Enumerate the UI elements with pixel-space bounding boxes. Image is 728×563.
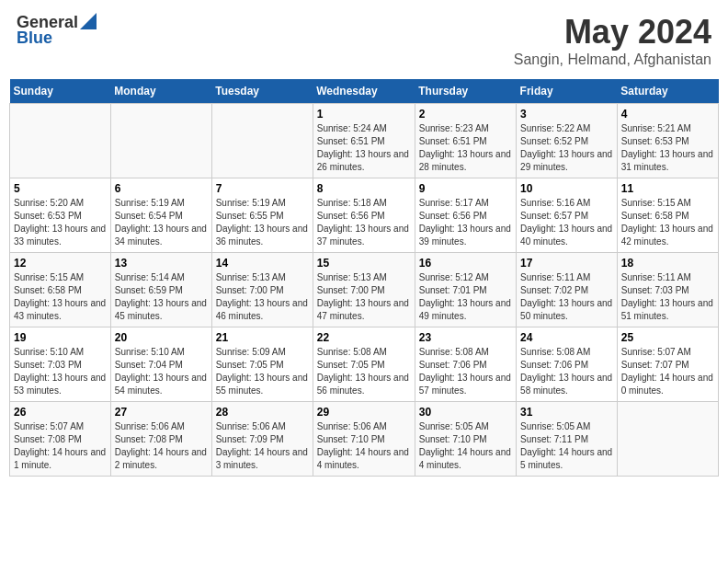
day-number: 24	[520, 331, 613, 344]
calendar-cell: 31Sunrise: 5:05 AMSunset: 7:11 PMDayligh…	[517, 402, 618, 477]
day-info: Sunrise: 5:24 AMSunset: 6:51 PMDaylight:…	[317, 122, 411, 174]
calendar-cell: 25Sunrise: 5:07 AMSunset: 7:07 PMDayligh…	[617, 327, 718, 402]
day-info: Sunrise: 5:13 AMSunset: 7:00 PMDaylight:…	[216, 271, 309, 323]
day-number: 27	[115, 406, 208, 419]
page-header: General Blue May 2024 Sangin, Helmand, A…	[9, 9, 719, 72]
day-number: 22	[317, 331, 411, 344]
calendar-table: SundayMondayTuesdayWednesdayThursdayFrid…	[9, 79, 719, 477]
day-info: Sunrise: 5:15 AMSunset: 6:58 PMDaylight:…	[14, 271, 107, 323]
day-number: 16	[419, 257, 512, 270]
day-number: 28	[216, 406, 309, 419]
calendar-cell: 18Sunrise: 5:11 AMSunset: 7:03 PMDayligh…	[617, 253, 718, 327]
calendar-cell: 20Sunrise: 5:10 AMSunset: 7:04 PMDayligh…	[110, 327, 211, 402]
calendar-cell	[10, 104, 111, 178]
calendar-cell: 28Sunrise: 5:06 AMSunset: 7:09 PMDayligh…	[211, 402, 313, 477]
logo-icon	[80, 13, 97, 29]
day-info: Sunrise: 5:07 AMSunset: 7:08 PMDaylight:…	[14, 420, 107, 472]
day-info: Sunrise: 5:05 AMSunset: 7:10 PMDaylight:…	[419, 420, 512, 472]
day-number: 17	[520, 257, 613, 270]
day-info: Sunrise: 5:08 AMSunset: 7:06 PMDaylight:…	[520, 346, 613, 397]
calendar-cell: 12Sunrise: 5:15 AMSunset: 6:58 PMDayligh…	[10, 253, 111, 327]
day-number: 5	[14, 182, 107, 195]
day-info: Sunrise: 5:05 AMSunset: 7:11 PMDaylight:…	[520, 420, 613, 472]
col-header-thursday: Thursday	[415, 79, 516, 104]
day-number: 19	[14, 331, 107, 344]
day-number: 14	[216, 257, 309, 270]
day-number: 3	[520, 108, 613, 121]
col-header-monday: Monday	[110, 79, 211, 104]
calendar-cell: 23Sunrise: 5:08 AMSunset: 7:06 PMDayligh…	[415, 327, 516, 402]
day-info: Sunrise: 5:12 AMSunset: 7:01 PMDaylight:…	[419, 271, 512, 323]
day-info: Sunrise: 5:09 AMSunset: 7:05 PMDaylight:…	[216, 346, 309, 397]
day-number: 8	[317, 182, 411, 195]
col-header-sunday: Sunday	[10, 79, 111, 104]
day-number: 10	[520, 182, 613, 195]
day-info: Sunrise: 5:15 AMSunset: 6:58 PMDaylight:…	[621, 197, 714, 248]
calendar-cell: 10Sunrise: 5:16 AMSunset: 6:57 PMDayligh…	[517, 178, 618, 253]
day-number: 7	[216, 182, 309, 195]
logo: General Blue	[17, 13, 97, 48]
day-number: 29	[317, 406, 411, 419]
day-info: Sunrise: 5:22 AMSunset: 6:52 PMDaylight:…	[520, 122, 613, 174]
day-number: 11	[621, 182, 714, 195]
week-row-2: 5Sunrise: 5:20 AMSunset: 6:53 PMDaylight…	[10, 178, 719, 253]
day-info: Sunrise: 5:23 AMSunset: 6:51 PMDaylight:…	[419, 122, 512, 174]
calendar-cell: 9Sunrise: 5:17 AMSunset: 6:56 PMDaylight…	[415, 178, 516, 253]
day-number: 20	[115, 331, 208, 344]
calendar-cell: 26Sunrise: 5:07 AMSunset: 7:08 PMDayligh…	[10, 402, 111, 477]
day-number: 31	[520, 406, 613, 419]
calendar-cell: 1Sunrise: 5:24 AMSunset: 6:51 PMDaylight…	[313, 104, 415, 178]
day-info: Sunrise: 5:06 AMSunset: 7:10 PMDaylight:…	[317, 420, 411, 472]
calendar-cell: 24Sunrise: 5:08 AMSunset: 7:06 PMDayligh…	[517, 327, 618, 402]
calendar-cell: 16Sunrise: 5:12 AMSunset: 7:01 PMDayligh…	[415, 253, 516, 327]
col-header-friday: Friday	[517, 79, 618, 104]
calendar-cell: 8Sunrise: 5:18 AMSunset: 6:56 PMDaylight…	[313, 178, 415, 253]
day-number: 15	[317, 257, 411, 270]
day-info: Sunrise: 5:16 AMSunset: 6:57 PMDaylight:…	[520, 197, 613, 248]
day-info: Sunrise: 5:17 AMSunset: 6:56 PMDaylight:…	[419, 197, 512, 248]
day-info: Sunrise: 5:08 AMSunset: 7:06 PMDaylight:…	[419, 346, 512, 397]
week-row-3: 12Sunrise: 5:15 AMSunset: 6:58 PMDayligh…	[10, 253, 719, 327]
day-info: Sunrise: 5:13 AMSunset: 7:00 PMDaylight:…	[317, 271, 411, 323]
calendar-cell: 29Sunrise: 5:06 AMSunset: 7:10 PMDayligh…	[313, 402, 415, 477]
day-info: Sunrise: 5:10 AMSunset: 7:03 PMDaylight:…	[14, 346, 107, 397]
day-number: 13	[115, 257, 208, 270]
title-block: May 2024 Sangin, Helmand, Afghanistan	[514, 13, 711, 68]
day-number: 4	[621, 108, 714, 121]
day-number: 18	[621, 257, 714, 270]
col-header-saturday: Saturday	[617, 79, 718, 104]
day-number: 26	[14, 406, 107, 419]
calendar-cell: 7Sunrise: 5:19 AMSunset: 6:55 PMDaylight…	[211, 178, 313, 253]
day-number: 21	[216, 331, 309, 344]
calendar-cell: 27Sunrise: 5:06 AMSunset: 7:08 PMDayligh…	[110, 402, 211, 477]
calendar-cell: 2Sunrise: 5:23 AMSunset: 6:51 PMDaylight…	[415, 104, 516, 178]
svg-marker-0	[80, 13, 97, 29]
day-info: Sunrise: 5:06 AMSunset: 7:08 PMDaylight:…	[115, 420, 208, 472]
calendar-cell: 22Sunrise: 5:08 AMSunset: 7:05 PMDayligh…	[313, 327, 415, 402]
day-info: Sunrise: 5:20 AMSunset: 6:53 PMDaylight:…	[14, 197, 107, 248]
logo-blue-text: Blue	[17, 29, 52, 48]
calendar-cell	[617, 402, 718, 477]
calendar-cell: 19Sunrise: 5:10 AMSunset: 7:03 PMDayligh…	[10, 327, 111, 402]
calendar-cell: 11Sunrise: 5:15 AMSunset: 6:58 PMDayligh…	[617, 178, 718, 253]
week-row-1: 1Sunrise: 5:24 AMSunset: 6:51 PMDaylight…	[10, 104, 719, 178]
calendar-cell: 21Sunrise: 5:09 AMSunset: 7:05 PMDayligh…	[211, 327, 313, 402]
day-number: 1	[317, 108, 411, 121]
day-number: 9	[419, 182, 512, 195]
calendar-cell	[211, 104, 313, 178]
day-info: Sunrise: 5:11 AMSunset: 7:03 PMDaylight:…	[621, 271, 714, 323]
week-row-5: 26Sunrise: 5:07 AMSunset: 7:08 PMDayligh…	[10, 402, 719, 477]
calendar-cell: 4Sunrise: 5:21 AMSunset: 6:53 PMDaylight…	[617, 104, 718, 178]
day-info: Sunrise: 5:14 AMSunset: 6:59 PMDaylight:…	[115, 271, 208, 323]
calendar-cell: 6Sunrise: 5:19 AMSunset: 6:54 PMDaylight…	[110, 178, 211, 253]
day-info: Sunrise: 5:07 AMSunset: 7:07 PMDaylight:…	[621, 346, 714, 397]
day-number: 2	[419, 108, 512, 121]
day-number: 30	[419, 406, 512, 419]
day-info: Sunrise: 5:19 AMSunset: 6:55 PMDaylight:…	[216, 197, 309, 248]
day-info: Sunrise: 5:08 AMSunset: 7:05 PMDaylight:…	[317, 346, 411, 397]
col-header-wednesday: Wednesday	[313, 79, 415, 104]
main-title: May 2024	[514, 13, 711, 52]
day-number: 6	[115, 182, 208, 195]
calendar-cell: 17Sunrise: 5:11 AMSunset: 7:02 PMDayligh…	[517, 253, 618, 327]
col-header-tuesday: Tuesday	[211, 79, 313, 104]
